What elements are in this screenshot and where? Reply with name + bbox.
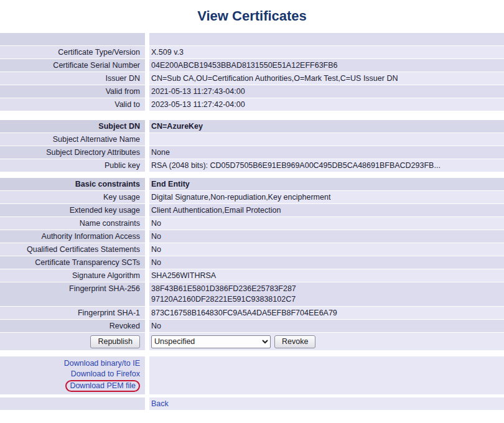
row-label: Authority Information Access [0, 230, 145, 243]
republish-button[interactable]: Republish [90, 335, 140, 348]
section-gap [0, 111, 504, 120]
spacer-row [0, 33, 504, 45]
row-subject-directory-attributes: Subject Directory Attributes None [0, 146, 504, 159]
row-label: Subject Alternative Name [0, 133, 145, 146]
row-basic-constraints: Basic constraints End Entity [0, 178, 504, 190]
row-back: Back [0, 397, 504, 410]
download-firefox-link[interactable]: Download to Firefox [0, 369, 140, 379]
row-value: No [149, 256, 504, 269]
row-value: 873C16758B164830FC9A5A4DA5EFB8F704EE6A79 [149, 307, 504, 319]
row-issuer-dn: Issuer DN CN=Sub CA,OU=Certification Aut… [0, 72, 504, 85]
row-value: X.509 v.3 [149, 46, 504, 58]
back-link[interactable]: Back [151, 399, 169, 408]
row-value: End Entity [149, 178, 504, 190]
row-name-constraints: Name constraints No [0, 217, 504, 230]
revocation-reason-select[interactable]: Unspecified [151, 335, 271, 348]
row-subject-alternative-name: Subject Alternative Name [0, 133, 504, 146]
row-certificate-transparency-scts: Certificate Transparency SCTs No [0, 256, 504, 269]
row-value: Client Authentication,Email Protection [149, 204, 504, 216]
row-label: Qualified Certificates Statements [0, 243, 145, 256]
row-downloads: Download binary/to IE Download to Firefo… [0, 356, 504, 394]
revoke-button[interactable]: Revoke [274, 335, 315, 348]
row-value: No [149, 320, 504, 332]
row-label: Name constraints [0, 217, 145, 230]
row-label: Signature Algorithm [0, 269, 145, 282]
row-value: No [149, 217, 504, 230]
section-gap [0, 351, 504, 356]
row-label [0, 397, 145, 410]
row-value: 04E200ABCB19453BBAD8131550E51A12EFF63FB6 [149, 59, 504, 72]
row-label: Fingerprint SHA-256 [0, 282, 145, 306]
download-binary-ie-link[interactable]: Download binary/to IE [0, 358, 140, 369]
row-value: No [149, 243, 504, 256]
row-value: SHA256WITHRSA [149, 269, 504, 282]
row-value: 2023-05-13 11:27:42-04:00 [149, 98, 504, 111]
row-public-key: Public key RSA (2048 bits): CD05D7505B6E… [0, 159, 504, 172]
row-value [149, 356, 504, 394]
row-label: Certificate Transparency SCTs [0, 256, 145, 269]
row-value: Digital Signature,Non-repudiation,Key en… [149, 191, 504, 203]
row-actions: Republish Unspecified Revoke [0, 333, 504, 350]
row-value: CN=Sub CA,OU=Certification Authorities,O… [149, 72, 504, 85]
download-pem-link[interactable]: Download PEM file [70, 381, 136, 390]
row-value [149, 133, 504, 146]
row-value: RSA (2048 bits): CD05D7505B6E91EB969A00C… [149, 159, 504, 172]
row-value: Unspecified Revoke [149, 333, 504, 350]
annotation-red-oval: Download PEM file [65, 380, 140, 392]
row-label: Basic constraints [0, 178, 145, 190]
fingerprint-sha256-line1: 38F43B61E5801D386FD236E25783F287 [151, 284, 504, 294]
row-certificate-type-version: Certificate Type/Version X.509 v.3 [0, 46, 504, 58]
row-label: Valid to [0, 98, 145, 111]
row-value [149, 33, 504, 45]
row-label: Certificate Serial Number [0, 59, 145, 72]
view-certificates-page: View Certificates Certificate Type/Versi… [0, 0, 504, 410]
row-label: Certificate Type/Version [0, 46, 145, 58]
row-signature-algorithm: Signature Algorithm SHA256WITHRSA [0, 269, 504, 282]
row-label: Republish [0, 333, 145, 350]
row-valid-from: Valid from 2021-05-13 11:27:43-04:00 [0, 85, 504, 98]
fingerprint-sha256-line2: 97120A2160DF28221E591C93838102C7 [151, 294, 504, 305]
row-label [0, 33, 145, 45]
section-gap [0, 172, 504, 178]
row-label: Fingerprint SHA-1 [0, 307, 145, 319]
row-fingerprint-sha1: Fingerprint SHA-1 873C16758B164830FC9A5A… [0, 307, 504, 319]
certificate-table: Certificate Type/Version X.509 v.3 Certi… [0, 33, 504, 410]
row-value: None [149, 146, 504, 159]
row-value: No [149, 230, 504, 243]
row-certificate-serial-number: Certificate Serial Number 04E200ABCB1945… [0, 59, 504, 72]
row-value: CN=AzureKey [149, 120, 504, 132]
row-revoked: Revoked No [0, 320, 504, 332]
row-value: 2021-05-13 11:27:43-04:00 [149, 85, 504, 98]
row-label: Extended key usage [0, 204, 145, 216]
row-label: Key usage [0, 191, 145, 203]
row-label: Subject DN [0, 120, 145, 132]
row-fingerprint-sha256: Fingerprint SHA-256 38F43B61E5801D386FD2… [0, 282, 504, 306]
row-extended-key-usage: Extended key usage Client Authentication… [0, 204, 504, 216]
row-label: Issuer DN [0, 72, 145, 85]
row-key-usage: Key usage Digital Signature,Non-repudiat… [0, 191, 504, 203]
row-valid-to: Valid to 2023-05-13 11:27:42-04:00 [0, 98, 504, 111]
row-value: 38F43B61E5801D386FD236E25783F287 97120A2… [149, 282, 504, 306]
download-links-cell: Download binary/to IE Download to Firefo… [0, 356, 145, 394]
row-qualified-certificates-statements: Qualified Certificates Statements No [0, 243, 504, 256]
row-label: Revoked [0, 320, 145, 332]
page-title: View Certificates [0, 0, 504, 33]
row-label: Valid from [0, 85, 145, 98]
row-label: Public key [0, 159, 145, 172]
row-subject-dn: Subject DN CN=AzureKey [0, 120, 504, 132]
row-authority-information-access: Authority Information Access No [0, 230, 504, 243]
row-label: Subject Directory Attributes [0, 146, 145, 159]
row-value: Back [149, 397, 504, 410]
